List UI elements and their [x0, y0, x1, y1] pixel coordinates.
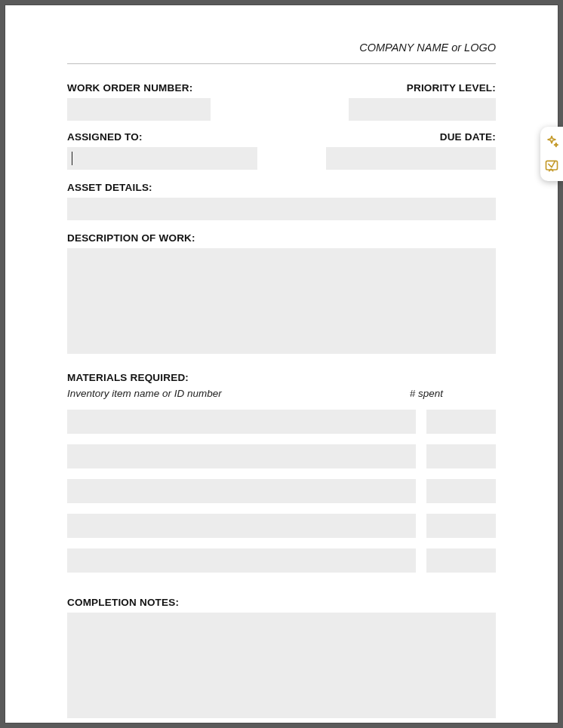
materials-col-spent: # spent	[410, 388, 443, 399]
materials-rows	[67, 410, 496, 573]
textarea-description[interactable]	[67, 248, 496, 354]
label-completion-notes: COMPLETION NOTES:	[67, 597, 496, 608]
label-asset-details: ASSET DETAILS:	[67, 182, 496, 193]
label-priority-level: PRIORITY LEVEL:	[349, 82, 496, 94]
input-asset-details[interactable]	[67, 198, 496, 220]
sparkle-icon[interactable]	[544, 134, 559, 149]
input-material-spent[interactable]	[426, 444, 496, 468]
input-material-name[interactable]	[67, 479, 416, 503]
materials-row	[67, 444, 496, 468]
svg-rect-0	[546, 161, 558, 170]
textarea-completion-notes[interactable]	[67, 613, 496, 718]
field-assigned-to: ASSIGNED TO:	[67, 131, 257, 170]
materials-row	[67, 479, 496, 503]
annotate-icon[interactable]	[544, 158, 559, 174]
label-due-date: DUE DATE:	[326, 131, 496, 143]
company-header: COMPANY NAME or LOGO	[67, 41, 496, 64]
materials-row	[67, 548, 496, 573]
materials-col-name: Inventory item name or ID number	[67, 388, 222, 399]
input-material-name[interactable]	[67, 548, 416, 573]
field-asset-details: ASSET DETAILS:	[67, 182, 496, 220]
section-materials: MATERIALS REQUIRED: Inventory item name …	[67, 372, 496, 573]
row-workorder-priority: WORK ORDER NUMBER: PRIORITY LEVEL:	[67, 82, 496, 121]
label-assigned-to: ASSIGNED TO:	[67, 131, 257, 143]
field-priority-level: PRIORITY LEVEL:	[349, 82, 496, 121]
field-description: DESCRIPTION OF WORK:	[67, 232, 496, 357]
input-material-spent[interactable]	[426, 514, 496, 538]
materials-subheader: Inventory item name or ID number # spent	[67, 388, 496, 399]
materials-row	[67, 410, 496, 434]
input-material-name[interactable]	[67, 444, 416, 468]
field-work-order-number: WORK ORDER NUMBER:	[67, 82, 211, 121]
input-priority-level[interactable]	[349, 98, 496, 121]
input-material-name[interactable]	[67, 514, 416, 538]
side-toolbar	[540, 127, 563, 181]
input-material-spent[interactable]	[426, 548, 496, 573]
row-assigned-duedate: ASSIGNED TO: DUE DATE:	[67, 131, 496, 170]
document-page: COMPANY NAME or LOGO WORK ORDER NUMBER: …	[5, 5, 558, 723]
label-work-order-number: WORK ORDER NUMBER:	[67, 82, 211, 94]
label-materials: MATERIALS REQUIRED:	[67, 372, 496, 383]
input-assigned-to[interactable]	[67, 147, 257, 170]
input-due-date[interactable]	[326, 147, 496, 170]
materials-row	[67, 514, 496, 538]
label-description: DESCRIPTION OF WORK:	[67, 232, 496, 244]
field-due-date: DUE DATE:	[326, 131, 496, 170]
form-content: COMPANY NAME or LOGO WORK ORDER NUMBER: …	[67, 41, 496, 700]
input-material-spent[interactable]	[426, 410, 496, 434]
input-work-order-number[interactable]	[67, 98, 211, 121]
input-material-name[interactable]	[67, 410, 416, 434]
input-material-spent[interactable]	[426, 479, 496, 503]
field-completion-notes: COMPLETION NOTES:	[67, 597, 496, 721]
